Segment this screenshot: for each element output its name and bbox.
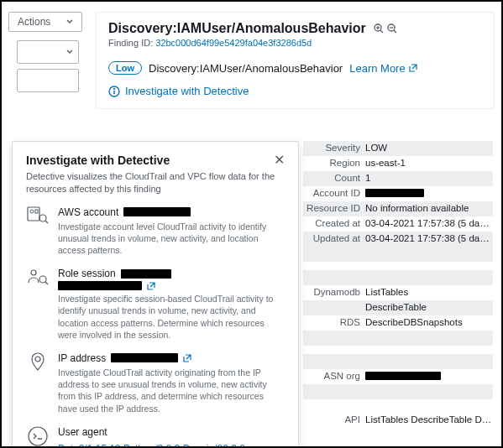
user-agent-link[interactable]: Boto3/1.15.10 Python/3.8.2 Darwin/20.3.0… xyxy=(58,443,285,448)
inv-desc: Investigate CloudTrail activity originat… xyxy=(58,367,285,414)
external-link-icon xyxy=(183,354,191,362)
detail-row: SeverityLOW xyxy=(303,141,493,156)
redacted-value xyxy=(111,353,178,362)
finding-title: Discovery:IAMUser/AnomalousBehavior xyxy=(108,21,366,36)
svg-line-14 xyxy=(45,221,48,223)
detail-group-api: APIListTables DescribeTable DescribeDBSn… xyxy=(303,413,493,428)
svg-line-17 xyxy=(45,282,48,284)
redacted-value xyxy=(121,269,171,279)
severity-badge: Low xyxy=(108,61,142,75)
detail-row xyxy=(303,247,493,262)
detail-row: Created at03-04-2021 17:57:38 (5 days ag… xyxy=(303,216,493,232)
detail-row: APIListTables DescribeTable DescribeDBSn… xyxy=(303,413,493,428)
actions-label: Actions xyxy=(18,16,50,28)
investigate-item-ip-address: IP address Investigate CloudTrail activi… xyxy=(26,352,285,414)
caret-down-icon xyxy=(66,19,73,24)
redacted-value xyxy=(123,207,191,216)
svg-line-5 xyxy=(394,30,396,33)
svg-point-16 xyxy=(39,276,46,283)
redacted-value xyxy=(58,281,142,290)
learn-more-link[interactable]: Learn More xyxy=(349,62,417,75)
investigate-item-role-session: Role session Investigate specific sessio… xyxy=(26,268,285,341)
inv-desc: Investigate specific session-based Cloud… xyxy=(58,293,285,341)
finding-id-label: Finding ID: xyxy=(108,38,153,48)
detail-row: DescribeTable xyxy=(303,300,493,315)
detail-row xyxy=(303,270,493,285)
svg-point-15 xyxy=(31,270,36,275)
detail-row: Count1 xyxy=(303,171,493,186)
detail-row: Resource IDNo information available xyxy=(303,201,493,216)
terminal-icon xyxy=(28,426,48,446)
detail-row xyxy=(303,384,493,399)
account-icon xyxy=(27,206,49,225)
inv-title: IP address xyxy=(58,352,106,364)
svg-point-19 xyxy=(29,427,47,445)
zoom-in-icon[interactable] xyxy=(373,23,385,34)
inv-title: Role session xyxy=(58,268,116,279)
svg-point-11 xyxy=(30,210,34,213)
redacted-value xyxy=(365,189,424,197)
actions-dropdown[interactable]: Actions xyxy=(8,12,82,32)
detail-group-asn: ASN org xyxy=(303,354,493,399)
detail-group-services: DynamodbListTables DescribeTable RDSDesc… xyxy=(303,270,493,346)
detail-group-overview: SeverityLOW Regionus-east-1 Count1 Accou… xyxy=(303,141,493,262)
svg-line-1 xyxy=(380,30,383,33)
close-icon[interactable]: ✕ xyxy=(274,154,285,167)
finding-id-value[interactable]: 32bc000d64f99e5429fa04e3f3286d5d xyxy=(155,38,312,48)
location-pin-icon xyxy=(29,352,47,374)
popover-subtitle: Detective visualizes the CloudTrail and … xyxy=(26,170,285,196)
inv-title: AWS account xyxy=(58,206,118,218)
svg-point-9 xyxy=(113,88,115,90)
filter-box[interactable] xyxy=(17,69,79,92)
detail-row xyxy=(303,331,493,346)
detail-row: RDSDescribeDBSnapshots xyxy=(303,315,493,331)
detail-row: ASN org xyxy=(303,369,493,384)
investigate-item-user-agent: User agentBoto3/1.15.10 Python/3.8.2 Dar… xyxy=(26,426,285,448)
investigate-popover: Investigate with Detective ✕ Detective v… xyxy=(12,141,299,448)
info-icon xyxy=(108,86,120,97)
popover-title: Investigate with Detective xyxy=(26,154,170,167)
caret-down-icon xyxy=(66,49,73,55)
investigate-detective-link[interactable]: Investigate with Detective xyxy=(108,85,249,97)
finding-id-row: Finding ID: 32bc000d64f99e5429fa04e3f328… xyxy=(108,38,482,48)
investigate-item-aws-account: AWS account Investigate account level Cl… xyxy=(26,206,285,257)
finding-type: Discovery:IAMUser/AnomalousBehavior xyxy=(149,62,343,75)
detail-row xyxy=(303,354,493,369)
detail-row: Account ID xyxy=(303,186,493,201)
external-link-icon xyxy=(409,64,417,72)
details-panel: SeverityLOW Regionus-east-1 Count1 Accou… xyxy=(303,141,493,436)
svg-rect-12 xyxy=(35,210,38,213)
detail-row: DynamodbListTables xyxy=(303,285,493,300)
zoom-out-icon[interactable] xyxy=(386,23,398,34)
svg-rect-10 xyxy=(28,207,39,221)
finding-panel: Discovery:IAMUser/AnomalousBehavior Find… xyxy=(96,12,495,109)
svg-point-13 xyxy=(39,215,46,221)
detail-row: Updated at03-04-2021 17:57:38 (5 days ag… xyxy=(303,232,493,247)
external-link-icon xyxy=(147,282,155,290)
detail-row: Regionus-east-1 xyxy=(303,156,493,171)
role-icon xyxy=(27,268,49,286)
redacted-value xyxy=(365,372,441,380)
inv-desc: Investigate account level CloudTrail act… xyxy=(58,221,285,257)
filter-select[interactable] xyxy=(17,40,79,64)
svg-point-18 xyxy=(35,357,40,362)
inv-title: User agent xyxy=(58,426,107,438)
